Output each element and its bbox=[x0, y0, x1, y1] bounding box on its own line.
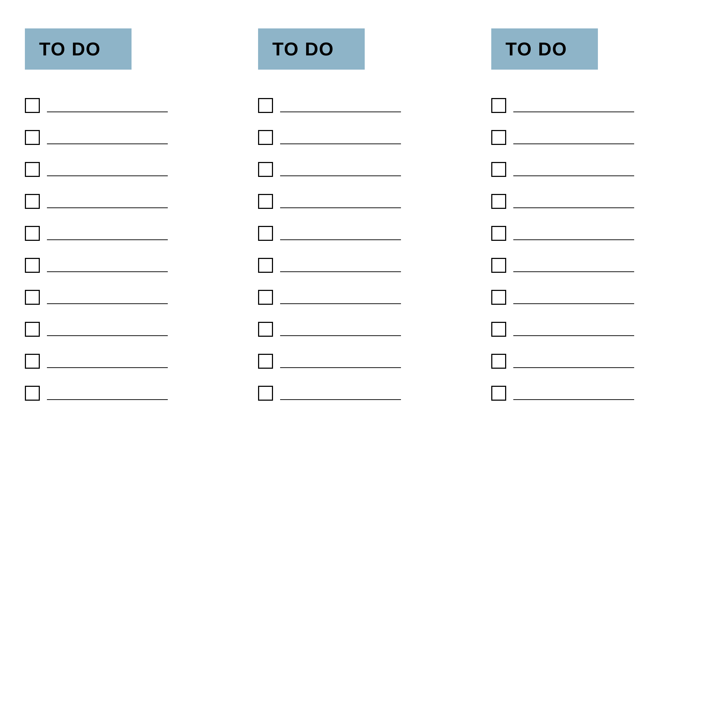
todo-item-1-10 bbox=[25, 375, 237, 407]
checkbox-3-8[interactable] bbox=[491, 322, 506, 337]
todo-item-1-7 bbox=[25, 279, 237, 311]
todo-header-3: TO DO bbox=[491, 28, 598, 70]
todo-item-3-7 bbox=[491, 279, 703, 311]
todo-item-2-1 bbox=[258, 88, 470, 120]
checkbox-2-2[interactable] bbox=[258, 130, 273, 145]
todo-item-3-8 bbox=[491, 311, 703, 343]
todo-column-3: TO DO bbox=[481, 28, 714, 407]
todo-line-3-8 bbox=[513, 335, 634, 336]
todo-line-2-8 bbox=[280, 335, 401, 336]
checkbox-3-9[interactable] bbox=[491, 354, 506, 369]
todo-line-1-5 bbox=[47, 239, 168, 240]
todo-column-2: TO DO bbox=[247, 28, 481, 407]
checkbox-3-4[interactable] bbox=[491, 194, 506, 209]
page-container: TO DOTO DOTO DO bbox=[14, 28, 714, 407]
todo-line-3-7 bbox=[513, 303, 634, 304]
todo-item-2-7 bbox=[258, 279, 470, 311]
checkbox-2-4[interactable] bbox=[258, 194, 273, 209]
checkbox-1-5[interactable] bbox=[25, 226, 40, 241]
todo-line-3-3 bbox=[513, 175, 634, 176]
checkbox-1-10[interactable] bbox=[25, 386, 40, 401]
todo-items-2 bbox=[258, 88, 470, 407]
todo-item-3-5 bbox=[491, 215, 703, 247]
checkbox-1-6[interactable] bbox=[25, 258, 40, 273]
todo-line-2-4 bbox=[280, 207, 401, 208]
checkbox-3-5[interactable] bbox=[491, 226, 506, 241]
todo-item-2-6 bbox=[258, 247, 470, 279]
todo-item-2-3 bbox=[258, 151, 470, 183]
todo-item-3-2 bbox=[491, 120, 703, 151]
checkbox-2-10[interactable] bbox=[258, 386, 273, 401]
todo-line-1-7 bbox=[47, 303, 168, 304]
checkbox-2-6[interactable] bbox=[258, 258, 273, 273]
todo-item-1-3 bbox=[25, 151, 237, 183]
todo-item-1-5 bbox=[25, 215, 237, 247]
todo-header-text-1: TO DO bbox=[39, 39, 101, 59]
checkbox-1-1[interactable] bbox=[25, 98, 40, 113]
checkbox-3-3[interactable] bbox=[491, 162, 506, 177]
todo-line-3-6 bbox=[513, 271, 634, 272]
todo-line-2-6 bbox=[280, 271, 401, 272]
todo-line-1-2 bbox=[47, 143, 168, 144]
checkbox-2-8[interactable] bbox=[258, 322, 273, 337]
todo-item-3-9 bbox=[491, 343, 703, 375]
todo-items-1 bbox=[25, 88, 237, 407]
checkbox-1-2[interactable] bbox=[25, 130, 40, 145]
checkbox-2-1[interactable] bbox=[258, 98, 273, 113]
todo-item-3-1 bbox=[491, 88, 703, 120]
todo-item-1-8 bbox=[25, 311, 237, 343]
checkbox-2-3[interactable] bbox=[258, 162, 273, 177]
checkbox-3-7[interactable] bbox=[491, 290, 506, 305]
todo-item-2-9 bbox=[258, 343, 470, 375]
checkbox-3-2[interactable] bbox=[491, 130, 506, 145]
checkbox-2-5[interactable] bbox=[258, 226, 273, 241]
todo-item-1-4 bbox=[25, 183, 237, 215]
todo-item-2-4 bbox=[258, 183, 470, 215]
checkbox-3-10[interactable] bbox=[491, 386, 506, 401]
todo-line-1-8 bbox=[47, 335, 168, 336]
todo-item-2-2 bbox=[258, 120, 470, 151]
checkbox-2-9[interactable] bbox=[258, 354, 273, 369]
todo-line-1-10 bbox=[47, 399, 168, 400]
todo-line-2-3 bbox=[280, 175, 401, 176]
todo-line-2-1 bbox=[280, 112, 401, 112]
todo-item-1-9 bbox=[25, 343, 237, 375]
todo-line-1-4 bbox=[47, 207, 168, 208]
checkbox-3-1[interactable] bbox=[491, 98, 506, 113]
todo-item-2-5 bbox=[258, 215, 470, 247]
checkbox-1-3[interactable] bbox=[25, 162, 40, 177]
todo-header-text-2: TO DO bbox=[272, 39, 334, 59]
todo-line-2-10 bbox=[280, 399, 401, 400]
todo-line-3-9 bbox=[513, 367, 634, 368]
todo-line-2-5 bbox=[280, 239, 401, 240]
todo-line-2-7 bbox=[280, 303, 401, 304]
todo-column-1: TO DO bbox=[14, 28, 247, 407]
todo-line-3-5 bbox=[513, 239, 634, 240]
checkbox-1-9[interactable] bbox=[25, 354, 40, 369]
todo-item-3-3 bbox=[491, 151, 703, 183]
todo-line-1-1 bbox=[47, 112, 168, 112]
todo-line-2-9 bbox=[280, 367, 401, 368]
todo-item-1-1 bbox=[25, 88, 237, 120]
todo-line-3-2 bbox=[513, 143, 634, 144]
todo-item-2-8 bbox=[258, 311, 470, 343]
checkbox-1-7[interactable] bbox=[25, 290, 40, 305]
checkbox-2-7[interactable] bbox=[258, 290, 273, 305]
todo-line-1-9 bbox=[47, 367, 168, 368]
todo-items-3 bbox=[491, 88, 703, 407]
todo-item-2-10 bbox=[258, 375, 470, 407]
todo-item-1-6 bbox=[25, 247, 237, 279]
todo-item-3-4 bbox=[491, 183, 703, 215]
todo-line-2-2 bbox=[280, 143, 401, 144]
checkbox-1-8[interactable] bbox=[25, 322, 40, 337]
checkbox-1-4[interactable] bbox=[25, 194, 40, 209]
todo-line-1-6 bbox=[47, 271, 168, 272]
todo-item-3-6 bbox=[491, 247, 703, 279]
todo-line-3-10 bbox=[513, 399, 634, 400]
todo-item-3-10 bbox=[491, 375, 703, 407]
todo-header-2: TO DO bbox=[258, 28, 365, 70]
todo-line-3-4 bbox=[513, 207, 634, 208]
checkbox-3-6[interactable] bbox=[491, 258, 506, 273]
todo-header-text-3: TO DO bbox=[506, 39, 567, 59]
todo-line-3-1 bbox=[513, 112, 634, 112]
